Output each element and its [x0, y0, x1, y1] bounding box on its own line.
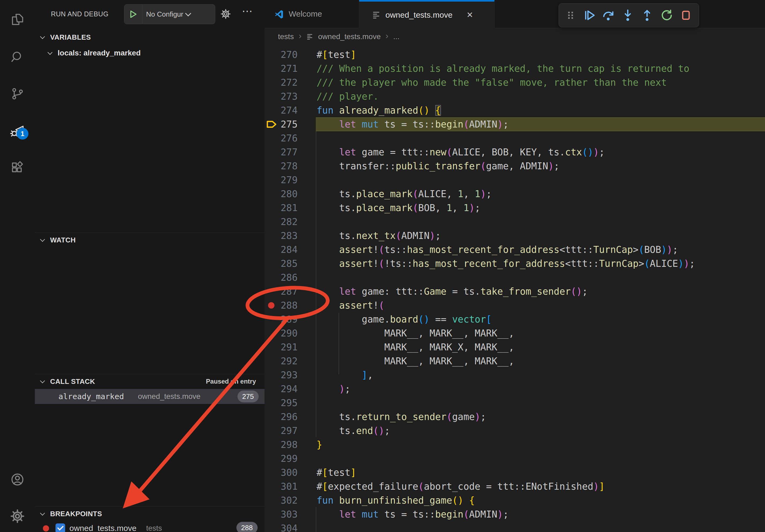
- breadcrumb-folder[interactable]: tests: [278, 32, 294, 41]
- tab-welcome[interactable]: Welcome: [265, 0, 359, 28]
- gutter[interactable]: [265, 465, 281, 479]
- gutter[interactable]: [265, 131, 281, 145]
- breadcrumb-symbol[interactable]: ...: [393, 32, 399, 41]
- call-stack-section-header[interactable]: CALL STACK Paused on entry: [35, 374, 265, 389]
- gutter[interactable]: [265, 62, 281, 76]
- code-text: #[test]: [316, 48, 765, 62]
- line-number: 276: [281, 131, 296, 145]
- code-text: #[test]: [316, 465, 765, 479]
- gutter[interactable]: [265, 521, 281, 532]
- gutter[interactable]: [265, 48, 281, 62]
- source-control-icon[interactable]: [0, 79, 35, 109]
- drag-grip-icon[interactable]: [565, 9, 576, 22]
- step-over-button[interactable]: [602, 9, 615, 22]
- gutter[interactable]: [265, 257, 281, 271]
- line-number: 292: [281, 354, 296, 368]
- gutter[interactable]: [265, 326, 281, 340]
- code-text: ts.end();: [316, 424, 765, 438]
- code-lines: 270#[test]271/// When a position is alre…: [265, 45, 765, 532]
- breakpoint-row[interactable]: owned_tests.move tests 288: [35, 521, 265, 532]
- code-editor[interactable]: 270#[test]271/// When a position is alre…: [265, 45, 765, 532]
- gutter[interactable]: [265, 507, 281, 521]
- code-line: 276: [265, 131, 765, 145]
- gutter[interactable]: [265, 76, 281, 90]
- close-icon[interactable]: ✕: [466, 10, 473, 20]
- code-line: 286: [265, 271, 765, 285]
- code-text: );: [316, 382, 765, 396]
- explorer-icon[interactable]: [0, 5, 35, 34]
- code-line: 301#[expected_failure(abort_code = ttt::…: [265, 479, 765, 493]
- gutter[interactable]: [265, 145, 281, 159]
- code-line: 299: [265, 452, 765, 465]
- debug-settings-gear-icon[interactable]: [220, 9, 231, 20]
- gutter[interactable]: [265, 312, 281, 326]
- gutter[interactable]: [265, 479, 281, 493]
- account-icon[interactable]: [0, 465, 35, 494]
- run-and-debug-icon[interactable]: 1: [0, 117, 35, 146]
- continue-button[interactable]: [583, 9, 596, 22]
- gutter[interactable]: [265, 104, 281, 117]
- gutter[interactable]: [265, 229, 281, 243]
- gutter[interactable]: [265, 382, 281, 396]
- code-text: #[expected_failure(abort_code = ttt::ENo…: [316, 479, 765, 493]
- code-line: 285 assert!(!ts::has_most_recent_for_add…: [265, 257, 765, 271]
- code-text: MARK__, MARK__, MARK__,: [316, 354, 765, 368]
- gutter[interactable]: [265, 354, 281, 368]
- code-line: 277 let game = ttt::new(ALICE, BOB, KEY,…: [265, 145, 765, 159]
- step-out-button[interactable]: [641, 9, 653, 22]
- gutter[interactable]: [265, 90, 281, 104]
- run-and-debug-sidebar: RUN AND DEBUG No Configur ⋯ VARIABLES lo…: [35, 0, 265, 532]
- breakpoints-section-header[interactable]: BREAKPOINTS: [35, 507, 265, 521]
- start-debug-icon[interactable]: [124, 5, 142, 24]
- gutter[interactable]: [265, 243, 281, 257]
- breakpoint-dot-icon: [43, 525, 49, 531]
- variables-section-header[interactable]: VARIABLES: [35, 30, 265, 45]
- extensions-icon[interactable]: [0, 153, 35, 183]
- watch-section-header[interactable]: WATCH: [35, 233, 265, 247]
- gutter[interactable]: [265, 173, 281, 187]
- tab-owned-tests-move[interactable]: owned_tests.move ✕: [359, 0, 494, 28]
- gutter[interactable]: [265, 340, 281, 354]
- gutter[interactable]: [265, 452, 281, 465]
- settings-gear-icon[interactable]: [0, 501, 35, 531]
- stop-button[interactable]: [679, 9, 692, 22]
- code-line: 296 ts.return_to_sender(game);: [265, 410, 765, 424]
- gutter[interactable]: [265, 215, 281, 229]
- more-actions-icon[interactable]: ⋯: [242, 5, 253, 17]
- breadcrumb-file[interactable]: owned_tests.move: [318, 32, 381, 41]
- breakpoint-checkbox[interactable]: [56, 523, 65, 532]
- code-text: let game = ttt::new(ALICE, BOB, KEY, ts.…: [316, 145, 765, 159]
- gutter[interactable]: [265, 438, 281, 452]
- line-number: 273: [281, 90, 296, 104]
- code-line: 281 ts.place_mark(BOB, 1, 1);: [265, 201, 765, 215]
- code-text: /// the player who made the "false" move…: [316, 76, 765, 90]
- variables-scope-row[interactable]: locals: already_marked: [35, 46, 265, 60]
- line-number: 280: [281, 187, 296, 201]
- restart-button[interactable]: [660, 9, 673, 22]
- gutter[interactable]: [265, 187, 281, 201]
- call-stack-frame-row[interactable]: already_marked owned_tests.move 275: [35, 389, 265, 404]
- section-label: VARIABLES: [50, 33, 91, 42]
- code-line: 274fun already_marked() {: [265, 104, 765, 117]
- code-text: /// When a position is already marked, t…: [316, 62, 765, 76]
- step-into-button[interactable]: [621, 9, 634, 22]
- gutter[interactable]: [265, 493, 281, 507]
- gutter[interactable]: [265, 285, 281, 298]
- gutter[interactable]: [265, 271, 281, 285]
- gutter[interactable]: [265, 410, 281, 424]
- gutter[interactable]: [265, 159, 281, 173]
- chevron-down-icon: [40, 511, 45, 515]
- gutter[interactable]: [265, 201, 281, 215]
- gutter[interactable]: [265, 424, 281, 438]
- gutter[interactable]: [265, 396, 281, 410]
- line-number: 303: [281, 507, 296, 521]
- launch-config-dropdown[interactable]: No Configur: [124, 4, 215, 24]
- line-number: 275: [281, 117, 296, 131]
- line-number: 295: [281, 396, 296, 410]
- current-line-arrow-icon[interactable]: [265, 117, 281, 131]
- config-label: No Configur: [146, 10, 183, 19]
- gutter[interactable]: [265, 368, 281, 382]
- breakpoint-dot-icon[interactable]: [265, 298, 281, 312]
- search-icon[interactable]: [0, 42, 35, 72]
- code-text: assert!(!ts::has_most_recent_for_address…: [316, 257, 765, 271]
